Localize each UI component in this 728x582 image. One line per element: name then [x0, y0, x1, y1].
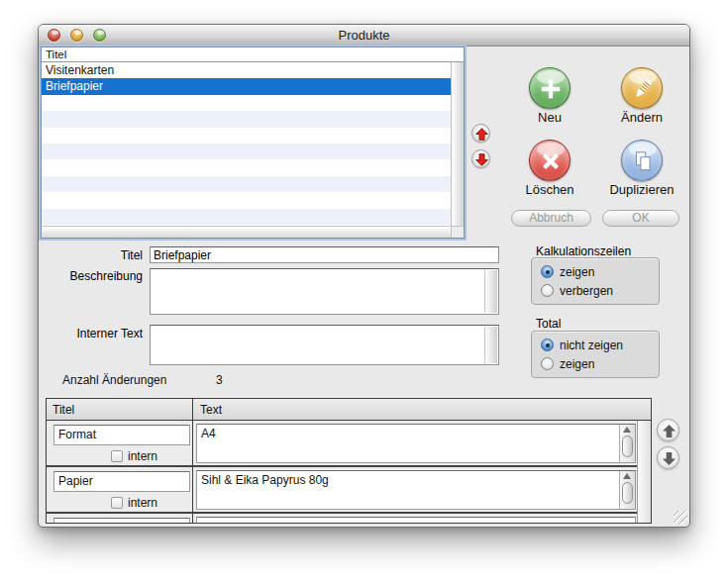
radio-selected-icon[interactable]: [541, 339, 554, 351]
aendern-button[interactable]: [621, 67, 663, 109]
list-item-empty[interactable]: [42, 209, 451, 225]
row-titel-field[interactable]: Format: [53, 425, 190, 445]
kalkulationszeilen-label: Kalkulationszeilen: [536, 244, 631, 258]
duplizieren-button[interactable]: [621, 140, 663, 181]
neu-button[interactable]: [529, 67, 571, 109]
titel-field-label: Titel: [55, 248, 143, 262]
list-item-empty[interactable]: [42, 159, 451, 175]
column-header-text[interactable]: Text: [200, 403, 222, 417]
table-row: Format intern A4: [47, 421, 638, 467]
window-title: Produkte: [39, 28, 689, 43]
radio-label: nicht zeigen: [560, 339, 623, 352]
radio-label: zeigen: [560, 357, 594, 371]
list-vertical-scrollbar[interactable]: [451, 62, 464, 226]
scroll-up-arrow-icon[interactable]: [623, 473, 631, 479]
title-bar[interactable]: Produkte: [39, 25, 689, 47]
anzahl-aenderungen-label: Anzahl Änderungen: [62, 373, 166, 387]
intern-checkbox-row[interactable]: intern: [111, 497, 157, 510]
column-divider: [192, 399, 193, 523]
product-list-body: Visitenkarten Briefpapier: [42, 62, 451, 226]
checkbox-icon[interactable]: [111, 497, 123, 509]
table-row-partial: [47, 514, 638, 524]
row-text-value: Sihl & Eika Papyrus 80g: [201, 473, 329, 487]
scroll-up-arrow-icon[interactable]: [623, 427, 631, 433]
radio-label: verbergen: [560, 284, 613, 298]
anzahl-aenderungen-value: 3: [216, 373, 223, 387]
neu-label: Neu: [505, 110, 594, 125]
move-item-down-button[interactable]: [471, 149, 490, 168]
ok-button[interactable]: OK: [602, 210, 679, 227]
radio-unselected-icon[interactable]: [541, 284, 554, 297]
table-row: Papier intern Sihl & Eika Papyrus 80g: [47, 467, 638, 514]
move-row-up-button[interactable]: [657, 419, 679, 441]
row-titel-field[interactable]: Papier: [53, 471, 190, 492]
duplizieren-label: Duplizieren: [597, 182, 686, 197]
list-scrollbar-corner: [451, 226, 464, 238]
product-list: Titel Visitenkarten Briefpapier: [41, 47, 465, 239]
radio-unselected-icon[interactable]: [541, 357, 554, 370]
total-label: Total: [536, 317, 561, 331]
loeschen-label: Löschen: [505, 182, 594, 197]
list-item-selected[interactable]: Briefpapier: [42, 78, 451, 94]
interner-text-textarea[interactable]: [150, 325, 499, 365]
desktop: Produkte Titel Visitenkarten Briefpapier: [0, 0, 728, 582]
resize-grip[interactable]: [674, 511, 687, 525]
list-item[interactable]: Visitenkarten: [42, 62, 451, 78]
abbruch-button[interactable]: Abbruch: [511, 210, 591, 227]
move-item-up-button[interactable]: [471, 124, 490, 143]
column-header-titel[interactable]: Titel: [52, 403, 74, 417]
detail-table-header: Titel Text: [47, 399, 651, 421]
beschreibung-textarea[interactable]: [150, 268, 499, 315]
cell-scrollbar[interactable]: [619, 425, 635, 462]
aendern-label: Ändern: [597, 110, 686, 125]
loeschen-button[interactable]: [529, 140, 571, 181]
intern-label: intern: [128, 449, 157, 463]
row-text-field[interactable]: Sihl & Eika Papyrus 80g: [196, 470, 636, 510]
radio-verbergen[interactable]: verbergen: [541, 284, 613, 298]
list-item-empty[interactable]: [42, 192, 451, 208]
intern-checkbox-row[interactable]: intern: [111, 450, 157, 463]
total-group: nicht zeigen zeigen: [531, 331, 660, 378]
interner-text-scrollbar[interactable]: [484, 327, 497, 363]
scroll-thumb[interactable]: [622, 436, 633, 457]
radio-nicht-zeigen[interactable]: nicht zeigen: [541, 339, 623, 352]
detail-table: Titel Text Format intern A4 Pap: [46, 398, 652, 524]
produkte-window: Produkte Titel Visitenkarten Briefpapier: [38, 24, 690, 528]
list-item-empty[interactable]: [42, 95, 451, 111]
radio-total-zeigen[interactable]: zeigen: [541, 357, 594, 371]
scroll-thumb[interactable]: [622, 482, 633, 504]
kalkulationszeilen-group: zeigen verbergen: [531, 257, 660, 305]
radio-zeigen[interactable]: zeigen: [541, 265, 594, 279]
intern-label: intern: [128, 496, 157, 510]
list-item-empty[interactable]: [42, 144, 451, 159]
list-item-empty[interactable]: [42, 176, 451, 192]
list-item-empty[interactable]: [42, 128, 451, 144]
radio-label: zeigen: [560, 265, 594, 279]
cell-scrollbar[interactable]: [619, 471, 635, 509]
interner-text-label: Interner Text: [55, 327, 143, 340]
row-text-value: A4: [201, 427, 216, 440]
beschreibung-label: Beschreibung: [55, 269, 143, 283]
row-titel-field[interactable]: [53, 518, 190, 524]
table-vertical-scrollbar[interactable]: [637, 421, 651, 523]
list-item-empty[interactable]: [42, 111, 451, 127]
move-row-down-button[interactable]: [657, 446, 679, 469]
radio-selected-icon[interactable]: [541, 265, 554, 278]
row-text-field[interactable]: A4: [196, 424, 636, 463]
checkbox-icon[interactable]: [111, 450, 123, 462]
product-list-header[interactable]: Titel: [42, 48, 464, 62]
list-horizontal-scrollbar[interactable]: [42, 226, 451, 238]
beschreibung-scrollbar[interactable]: [484, 270, 497, 313]
titel-input[interactable]: [150, 246, 499, 263]
row-text-field[interactable]: [196, 517, 636, 524]
